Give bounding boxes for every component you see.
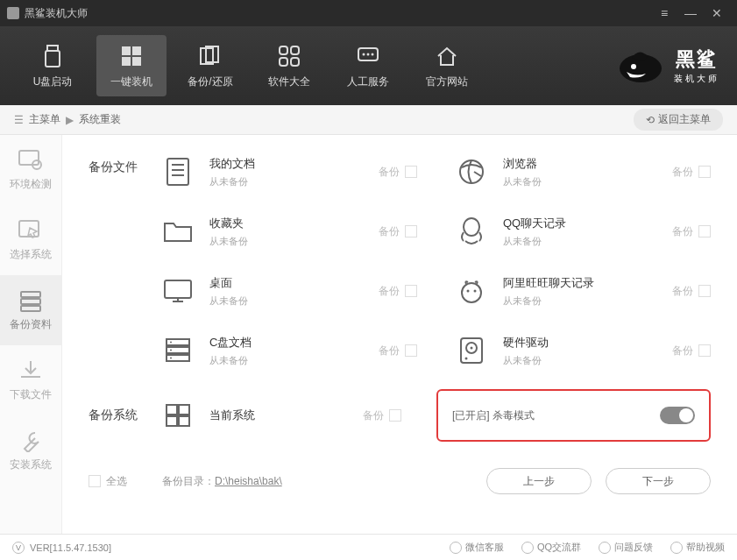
nav-one-click-install[interactable]: 一键装机 <box>96 35 167 96</box>
checkbox[interactable] <box>698 344 711 357</box>
backup-action[interactable]: 备份 <box>672 224 711 239</box>
svg-point-33 <box>462 283 481 302</box>
backup-action[interactable]: 备份 <box>672 284 711 299</box>
back-icon: ⟲ <box>646 114 655 126</box>
sidebar-item-select-system[interactable]: 选择系统 <box>0 205 61 275</box>
statusbar: V VER[11.5.47.1530] 微信客服 QQ交流群 问题反馈 帮助视频 <box>0 534 737 560</box>
backup-item-drivers: 硬件驱动从未备份 备份 <box>452 333 711 368</box>
svg-rect-9 <box>291 46 299 54</box>
content-area: 备份文件 我的文档从未备份 备份 浏览器从未备份 备份 收藏夹从未备份 备份 <box>62 135 737 534</box>
svg-point-39 <box>170 342 172 344</box>
backup-action[interactable]: 备份 <box>363 408 401 423</box>
svg-rect-22 <box>21 299 40 304</box>
browser-icon <box>452 154 491 189</box>
nav-website[interactable]: 官方网站 <box>412 35 482 96</box>
svg-point-29 <box>464 218 479 236</box>
backup-action[interactable]: 备份 <box>379 165 417 180</box>
backup-item-favorites: 收藏夹从未备份 备份 <box>159 214 417 249</box>
next-button[interactable]: 下一步 <box>606 468 711 494</box>
chat-icon <box>355 43 381 69</box>
checkbox[interactable] <box>698 166 711 178</box>
svg-rect-23 <box>21 306 40 311</box>
nav-support[interactable]: 人工服务 <box>333 35 403 96</box>
svg-rect-49 <box>179 416 189 426</box>
breadcrumb: ☰ 主菜单 ▶ 系统重装 ⟲ 返回主菜单 <box>0 105 737 135</box>
sidebar-item-backup-data[interactable]: 备份资料 <box>0 275 61 345</box>
status-qq-group[interactable]: QQ交流群 <box>521 541 581 554</box>
backup-item-browser: 浏览器从未备份 备份 <box>452 154 711 189</box>
windows-grid-icon <box>159 398 197 433</box>
back-to-main-button[interactable]: ⟲ 返回主菜单 <box>634 109 723 131</box>
svg-rect-3 <box>132 46 141 55</box>
breadcrumb-root[interactable]: 主菜单 <box>29 112 60 127</box>
document-icon <box>159 154 197 189</box>
backup-item-wangwang: 阿里旺旺聊天记录从未备份 备份 <box>452 273 711 308</box>
nav-usb-boot[interactable]: U盘启动 <box>18 35 88 96</box>
antivirus-label: [已开启] 杀毒模式 <box>452 408 535 423</box>
svg-rect-21 <box>21 292 40 297</box>
checkbox[interactable] <box>405 344 417 357</box>
svg-rect-36 <box>167 339 189 345</box>
svg-point-41 <box>170 358 172 359</box>
wechat-icon <box>450 542 462 554</box>
status-wechat[interactable]: 微信客服 <box>450 541 504 554</box>
backup-item-desktop: 桌面从未备份 备份 <box>159 273 417 308</box>
svg-rect-37 <box>167 347 189 353</box>
backup-action[interactable]: 备份 <box>379 344 417 358</box>
backup-item-documents: 我的文档从未备份 备份 <box>159 154 417 189</box>
backup-action[interactable]: 备份 <box>672 344 711 358</box>
svg-point-17 <box>631 64 636 69</box>
svg-rect-11 <box>291 58 299 66</box>
cursor-icon <box>18 219 44 242</box>
minimize-button[interactable]: — <box>677 6 704 20</box>
status-feedback[interactable]: 问题反馈 <box>599 541 653 554</box>
desktop-icon <box>159 273 197 308</box>
checkbox[interactable] <box>389 409 401 422</box>
top-nav: U盘启动 一键装机 备份/还原 软件大全 人工服务 官方网站 黑鲨 装机大师 <box>0 26 737 105</box>
nav-backup-restore[interactable]: 备份/还原 <box>175 35 245 96</box>
backup-action[interactable]: 备份 <box>672 165 711 180</box>
sidebar-item-install[interactable]: 安装系统 <box>0 415 61 486</box>
backup-action[interactable]: 备份 <box>379 284 417 299</box>
checkbox[interactable] <box>405 225 417 237</box>
backup-dir-link[interactable]: D:\heisha\bak\ <box>215 475 282 487</box>
prev-button[interactable]: 上一步 <box>486 468 592 494</box>
select-all-label: 全选 <box>106 474 127 489</box>
qq-icon <box>452 214 491 249</box>
svg-rect-1 <box>46 51 60 67</box>
shark-icon <box>614 44 667 88</box>
checkbox[interactable] <box>405 166 417 178</box>
svg-rect-47 <box>179 405 189 415</box>
checkbox[interactable] <box>698 285 711 297</box>
svg-point-34 <box>467 290 470 293</box>
antivirus-toggle[interactable] <box>660 407 695 424</box>
monitor-gear-icon <box>18 149 44 172</box>
backup-item-current-system: 当前系统 备份 <box>159 398 401 433</box>
svg-rect-10 <box>280 58 287 66</box>
sidebar-item-env-check[interactable]: 环境检测 <box>0 135 61 205</box>
svg-point-44 <box>471 347 473 350</box>
backup-action[interactable]: 备份 <box>379 224 417 239</box>
backup-grid: 我的文档从未备份 备份 浏览器从未备份 备份 收藏夹从未备份 备份 QQ聊天记录… <box>159 154 711 368</box>
checkbox[interactable] <box>405 285 417 297</box>
nav-software[interactable]: 软件大全 <box>254 35 324 96</box>
svg-point-28 <box>460 160 483 183</box>
antivirus-panel: [已开启] 杀毒模式 <box>436 389 711 442</box>
close-button[interactable]: ✕ <box>704 6 730 20</box>
svg-rect-48 <box>167 416 177 426</box>
wangwang-icon <box>452 273 491 308</box>
stack-icon <box>159 333 197 368</box>
home-icon <box>434 43 460 69</box>
svg-point-13 <box>363 53 365 55</box>
folder-icon <box>159 214 197 249</box>
checkbox[interactable] <box>698 225 711 237</box>
download-icon <box>18 359 44 382</box>
section-backup-files: 备份文件 <box>89 159 138 175</box>
svg-rect-2 <box>122 46 131 55</box>
select-all-checkbox[interactable] <box>89 475 101 487</box>
menu-button[interactable]: ≡ <box>651 6 677 20</box>
status-help-video[interactable]: 帮助视频 <box>670 541 725 554</box>
breadcrumb-icon: ☰ <box>14 114 24 126</box>
svg-point-45 <box>465 358 468 360</box>
sidebar-item-download[interactable]: 下载文件 <box>0 345 61 415</box>
